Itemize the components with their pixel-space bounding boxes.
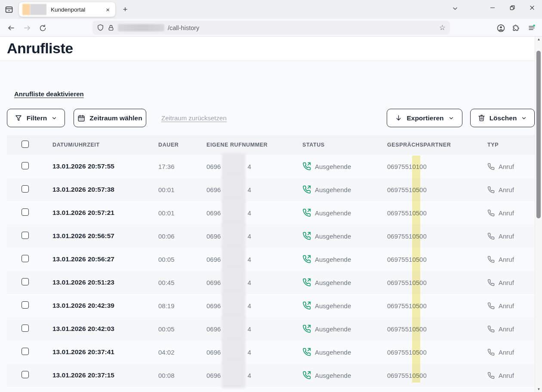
outgoing-call-icon: [302, 162, 311, 171]
browser-tab[interactable]: Kundenportal ×: [19, 2, 115, 17]
cell-own-number: 0696 4: [206, 203, 302, 222]
cell-type: Anruf: [487, 256, 535, 263]
delete-button[interactable]: Löschen: [470, 109, 535, 127]
table-row: 13.01.2026 20:57:21 00:01 0696 4 Ausgehe…: [7, 201, 535, 224]
cell-type: Anruf: [487, 349, 535, 356]
cell-status: Ausgehende: [302, 208, 387, 217]
cell-partner: 06975510500: [387, 256, 487, 263]
account-icon[interactable]: [495, 22, 506, 34]
lock-icon[interactable]: [108, 24, 114, 31]
table-row: 13.01.2026 20:56:27 00:05 0696 4 Ausgehe…: [7, 248, 535, 271]
reload-icon[interactable]: [37, 22, 48, 34]
phone-icon: [487, 233, 495, 240]
own-number-redacted: [222, 339, 245, 365]
row-checkbox[interactable]: [22, 185, 29, 193]
row-checkbox[interactable]: [22, 208, 29, 216]
page-scrollbar[interactable]: ▲ ▼: [535, 37, 542, 392]
chevron-down-icon: [448, 115, 454, 121]
tab-title: Kundenportal: [51, 6, 104, 13]
table-row: 13.01.2026 20:42:03 00:05 0696 4 Ausgehe…: [7, 317, 535, 340]
outgoing-call-icon: [302, 278, 311, 287]
own-number-redacted: [222, 246, 245, 272]
filter-button[interactable]: Filtern: [7, 109, 65, 127]
cell-type: Anruf: [487, 325, 535, 333]
cell-status: Ausgehende: [302, 278, 387, 287]
table-row: 13.01.2026 20:56:57 00:06 0696 4 Ausgehe…: [7, 224, 535, 248]
cell-status: Ausgehende: [302, 255, 387, 263]
tab-label-redacted: [30, 4, 46, 15]
outgoing-call-icon: [302, 325, 311, 333]
row-checkbox[interactable]: [22, 232, 29, 239]
row-checkbox[interactable]: [22, 371, 29, 378]
cell-type: Anruf: [487, 209, 535, 217]
cell-type: Anruf: [487, 233, 535, 240]
table-row: 13.01.2026 20:37:15 00:08 0696 4 Ausgehe…: [7, 364, 535, 387]
cell-duration: 17:36: [158, 163, 206, 170]
cell-type: Anruf: [487, 302, 535, 309]
extensions-puzzle-icon[interactable]: [511, 22, 522, 34]
cell-partner: 06975510500: [387, 325, 487, 333]
cell-status: Ausgehende: [302, 325, 387, 333]
row-checkbox[interactable]: [22, 278, 29, 285]
tab-close-icon[interactable]: ×: [104, 5, 112, 14]
row-checkbox[interactable]: [22, 162, 29, 169]
cell-duration: 00:01: [158, 186, 206, 193]
cell-partner: 06975510500: [387, 279, 487, 286]
cell-datetime: 13.01.2026 20:56:27: [52, 255, 158, 263]
phone-icon: [487, 372, 495, 379]
outgoing-call-icon: [302, 185, 311, 194]
scrollbar-thumb[interactable]: [536, 51, 541, 218]
col-header-status: STATUS: [302, 142, 387, 148]
outgoing-call-icon: [302, 371, 311, 380]
firefox-view-icon[interactable]: [3, 4, 15, 15]
cell-datetime: 13.01.2026 20:57:21: [52, 209, 158, 217]
cell-own-number: 0696 4: [206, 157, 302, 176]
outgoing-call-icon: [302, 232, 311, 240]
cell-own-number: 0696 4: [206, 296, 302, 315]
scroll-up-arrow-icon[interactable]: ▲: [535, 37, 542, 41]
app-menu-icon[interactable]: [526, 22, 537, 34]
close-window-button[interactable]: [522, 0, 542, 15]
outgoing-call-icon: [302, 208, 311, 217]
browser-titlebar: Kundenportal × +: [0, 0, 542, 19]
cell-duration: 08:19: [158, 302, 206, 309]
cell-status: Ausgehende: [302, 301, 387, 310]
row-checkbox[interactable]: [22, 325, 29, 332]
outgoing-call-icon: [302, 255, 311, 263]
own-number-redacted: [222, 270, 245, 295]
reset-range-link[interactable]: Zeitraum zurücksetzen: [161, 114, 227, 122]
date-range-button[interactable]: Zeitraum wählen: [74, 109, 146, 127]
url-bar[interactable]: /call-history ☆: [92, 21, 450, 35]
phone-icon: [487, 325, 495, 333]
outgoing-call-icon: [302, 348, 311, 356]
bookmark-star-icon[interactable]: ☆: [439, 23, 446, 32]
cell-own-number: 0696 4: [206, 180, 302, 199]
minimize-button[interactable]: [483, 0, 502, 15]
deactivate-call-list-link[interactable]: Anrufliste deaktivieren: [14, 90, 84, 98]
new-tab-button[interactable]: +: [120, 4, 131, 15]
export-button[interactable]: Exportieren: [387, 109, 462, 127]
row-checkbox[interactable]: [22, 301, 29, 309]
cell-status: Ausgehende: [302, 185, 387, 194]
row-checkbox[interactable]: [22, 255, 29, 262]
download-arrow-icon: [395, 114, 402, 122]
tracking-shield-icon[interactable]: [97, 24, 104, 31]
own-number-redacted: [222, 293, 245, 318]
cell-partner: 06975510500: [387, 302, 487, 309]
browser-window: Kundenportal × + /call-history ☆: [0, 0, 542, 392]
row-checkbox[interactable]: [22, 348, 29, 355]
select-all-checkbox[interactable]: [22, 141, 29, 148]
cell-duration: 00:05: [158, 256, 206, 263]
back-icon[interactable]: [6, 22, 17, 34]
restore-window-button[interactable]: [502, 0, 522, 15]
page-title: Anrufliste: [7, 40, 73, 57]
cell-partner: 06975510500: [387, 349, 487, 356]
update-dot-icon: [533, 24, 535, 27]
phone-icon: [487, 302, 495, 309]
table-row: 13.01.2026 20:37:41 04:02 0696 4 Ausgehe…: [7, 340, 535, 364]
chevron-down-icon: [521, 115, 527, 121]
phone-icon: [487, 349, 495, 356]
list-tabs-chevron-icon[interactable]: [452, 5, 459, 14]
scroll-down-arrow-icon[interactable]: ▼: [535, 387, 542, 391]
own-number-redacted: [222, 223, 245, 249]
